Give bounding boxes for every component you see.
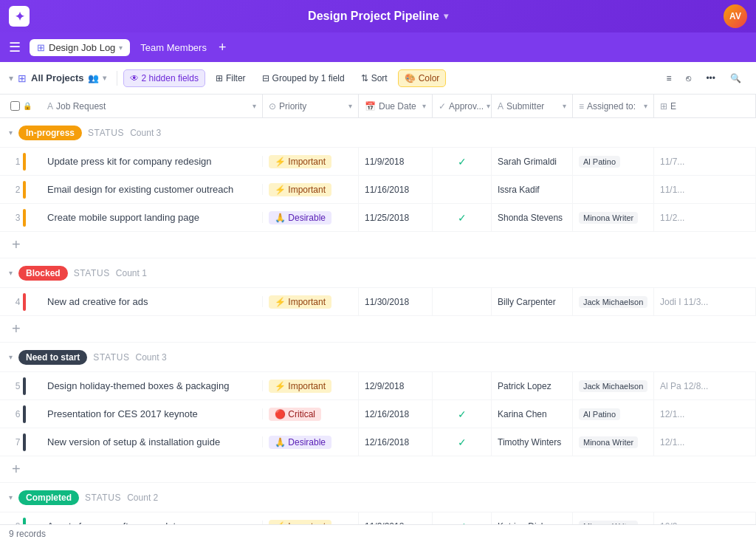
group-chevron-icon[interactable]: ▾ (9, 493, 13, 501)
priority-icon: 🙏 (275, 437, 286, 447)
col-header-job-request[interactable]: A Job Request ▾ (41, 95, 263, 117)
approved-check-icon: ✓ (458, 212, 467, 224)
row-duedate-cell: 11/9/2018 (359, 148, 433, 175)
row-priority-cell: ⚡ Important (263, 512, 359, 524)
group-header-completed: ▾ Completed STATUS Count 2 (0, 483, 756, 512)
row-priority-cell: ⚡ Important (263, 148, 359, 175)
assigned-chip: Minona Writer (579, 521, 638, 525)
row-approval-cell: ✓ (433, 512, 492, 524)
row-number-col: 8 (0, 518, 41, 525)
nav-bar: ☰ ⊞ Design Job Log ▾ Team Members + (0, 32, 756, 62)
row-assigned-cell: Jack Michaelson (573, 288, 654, 315)
table-row[interactable]: 7 New version of setup & installation gu… (0, 428, 756, 456)
avatar[interactable]: AV (724, 4, 747, 28)
table-row[interactable]: 3 Create mobile support landing page 🙏 D… (0, 204, 756, 232)
add-row-button-needtostart[interactable]: + (0, 456, 756, 483)
row-assigned-cell: Minona Writer (573, 512, 654, 524)
row-status-bar (23, 153, 26, 171)
group-header-needtostart: ▾ Need to start STATUS Count 3 (0, 343, 756, 372)
table-row[interactable]: 1 Update press kit for company redesign … (0, 148, 756, 176)
nav-tab-design-job-log[interactable]: ⊞ Design Job Log ▾ (30, 39, 130, 56)
grouped-button[interactable]: ⊟ Grouped by 1 field (256, 70, 351, 86)
toolbar-right: ≡ ⎋ ••• 🔍 (660, 70, 747, 86)
col-header-submitter[interactable]: A Submitter ▾ (492, 95, 573, 117)
row-duedate-cell: 12/9/2018 (359, 372, 433, 399)
row-priority-cell: ⚡ Important (263, 288, 359, 315)
col-assigned-chevron-icon: ▾ (644, 102, 647, 110)
color-button[interactable]: 🎨 Color (398, 69, 447, 87)
collapse-icon[interactable]: ▾ (9, 73, 13, 83)
group-count: Count 1 (116, 268, 147, 278)
row-job-text: Update press kit for company redesign (41, 156, 263, 167)
priority-icon: ⚡ (275, 297, 286, 307)
priority-badge: 🙏 Desirable (269, 436, 331, 449)
hidden-fields-button[interactable]: 👁 2 hidden fields (123, 69, 205, 87)
group-count: Count 3 (130, 128, 161, 138)
group-chevron-icon[interactable]: ▾ (9, 128, 13, 137)
row-height-button[interactable]: ≡ (660, 70, 677, 86)
row-status-bar (23, 433, 26, 451)
row-number: 8 (16, 521, 21, 525)
col-header-due-date[interactable]: 📅 Due Date ▾ (359, 95, 433, 117)
row-priority-cell: ⚡ Important (263, 176, 359, 203)
row-priority-cell: 🔴 Critical (263, 400, 359, 428)
share-button[interactable]: ⎋ (680, 70, 697, 86)
row-number: 2 (16, 185, 21, 195)
row-priority-cell: 🙏 Desirable (263, 428, 359, 456)
table-row[interactable]: 8 Assets for new software update ⚡ Impor… (0, 512, 756, 524)
col-duedate-label: Due Date (379, 101, 416, 112)
status-badge-needtostart: Need to start (18, 350, 87, 365)
select-all-checkbox[interactable] (10, 101, 20, 111)
add-tab-button[interactable]: + (219, 40, 227, 55)
add-row-button-inprogress[interactable]: + (0, 232, 756, 258)
table-row[interactable]: 4 New ad creative for ads ⚡ Important 11… (0, 288, 756, 316)
app-logo[interactable]: ✦ (9, 6, 30, 27)
view-selector[interactable]: All Projects 👥 ▾ (31, 72, 106, 83)
assigned-chip: Al Patino (579, 156, 620, 168)
col-header-priority[interactable]: ⊙ Priority ▾ (263, 95, 359, 117)
more-button[interactable]: ••• (700, 70, 721, 86)
table-row[interactable]: 6 Presentation for CES 2017 keynote 🔴 Cr… (0, 400, 756, 428)
table-row[interactable]: 5 Design holiday-themed boxes & packagin… (0, 372, 756, 400)
approved-check-icon: ✓ (458, 521, 467, 525)
row-extra-cell: 12/1... (654, 428, 756, 456)
sort-button[interactable]: ⇅ Sort (355, 70, 394, 86)
row-number: 6 (16, 409, 21, 419)
col-job-label: Job Request (56, 101, 106, 112)
approved-check-icon: ✓ (458, 156, 467, 168)
group-chevron-icon[interactable]: ▾ (9, 269, 13, 277)
sort-label: Sort (371, 73, 388, 83)
checkbox-col-header: 🔒 (0, 101, 41, 111)
col-header-assigned[interactable]: ≡ Assigned to: ▾ (573, 95, 654, 117)
group-status-label: STATUS (74, 268, 110, 278)
nav-tab-team-members[interactable]: Team Members (133, 39, 214, 56)
row-assigned-cell (573, 176, 654, 203)
row-number: 1 (16, 157, 21, 167)
add-row-button-blocked[interactable]: + (0, 316, 756, 343)
text-type-icon: A (47, 101, 53, 112)
group-chevron-icon[interactable]: ▾ (9, 353, 13, 361)
priority-icon: ⚡ (275, 381, 286, 391)
col-header-extra[interactable]: ⊞ E (654, 95, 756, 117)
col-submitter-chevron-icon: ▾ (563, 102, 566, 110)
filter-icon: ⊞ (216, 73, 223, 83)
assigned-chip: Minona Writer (579, 212, 638, 224)
group-header-inprogress: ▾ In-progress STATUS Count 3 (0, 118, 756, 148)
row-number: 4 (16, 297, 21, 307)
records-count: 9 records (9, 529, 46, 539)
row-status-bar (23, 518, 26, 525)
col-priority-chevron-icon: ▾ (348, 102, 352, 110)
priority-icon: 🔴 (275, 409, 286, 419)
col-header-approval[interactable]: ✓ Approv... ▾ (433, 95, 492, 117)
col-assigned-label: Assigned to: (587, 101, 636, 112)
group-status-label: STATUS (85, 493, 121, 503)
row-extra-cell: Al Pa 12/8... (654, 372, 756, 399)
hamburger-icon[interactable]: ☰ (9, 39, 21, 55)
filter-button[interactable]: ⊞ Filter (210, 70, 252, 86)
search-button[interactable]: 🔍 (724, 70, 747, 86)
title-chevron-icon[interactable]: ▾ (444, 11, 448, 21)
row-approval-cell (433, 176, 492, 203)
row-approval-cell (433, 372, 492, 399)
row-submitter-cell: Issra Kadif (492, 176, 573, 203)
table-row[interactable]: 2 Email design for existing customer out… (0, 176, 756, 204)
